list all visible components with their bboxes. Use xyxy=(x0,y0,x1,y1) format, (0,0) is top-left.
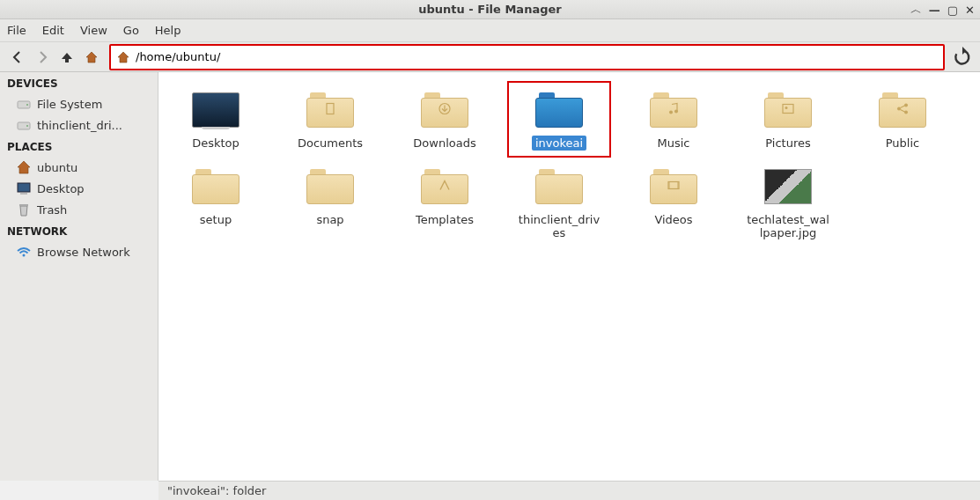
file-label: snap xyxy=(313,212,347,227)
svg-point-11 xyxy=(674,110,678,114)
sidebar-item-desktop[interactable]: Desktop xyxy=(0,178,158,199)
svg-rect-19 xyxy=(677,182,679,189)
file-item[interactable]: Templates xyxy=(396,161,493,244)
folder-icon xyxy=(650,92,697,128)
window-title: ubuntu - File Manager xyxy=(418,3,561,16)
toolbar xyxy=(0,42,980,72)
window-controls: ︿ — ▢ ✕ xyxy=(910,2,975,18)
minimize-icon[interactable]: — xyxy=(929,4,940,17)
folder-icon xyxy=(306,92,354,128)
trash-icon xyxy=(16,202,32,217)
folder-icon xyxy=(421,92,468,128)
pathbar-highlight xyxy=(109,44,945,70)
folder-icon xyxy=(535,92,583,128)
file-item[interactable]: invokeai xyxy=(511,85,608,154)
drive-icon xyxy=(16,96,32,112)
file-item[interactable]: Videos xyxy=(625,161,722,244)
forward-button[interactable] xyxy=(32,47,53,68)
folder-icon xyxy=(650,169,697,204)
file-item[interactable]: Downloads xyxy=(396,85,493,154)
folder-icon xyxy=(535,169,583,204)
home-icon xyxy=(116,50,130,64)
status-text: "invokeai": folder xyxy=(167,484,266,497)
file-label: invokeai xyxy=(532,136,586,151)
file-label: Pictures xyxy=(762,136,814,151)
file-label: Desktop xyxy=(188,136,243,151)
sidebar-item-filesystem[interactable]: File System xyxy=(0,93,158,114)
file-label: techlatest_wallpaper.jpg xyxy=(743,212,833,240)
sidebar-item-label: Desktop xyxy=(37,182,85,195)
folder-icon xyxy=(421,169,468,204)
file-label: setup xyxy=(196,212,235,227)
file-item[interactable]: Documents xyxy=(282,85,379,154)
home-button[interactable] xyxy=(81,47,102,68)
sidebar-item-label: Trash xyxy=(37,203,67,217)
file-label: thinclient_drives xyxy=(514,212,604,240)
svg-point-15 xyxy=(904,104,908,107)
menu-view[interactable]: View xyxy=(80,24,107,37)
file-item[interactable]: Public xyxy=(854,85,951,154)
svg-point-10 xyxy=(669,111,673,114)
up-button[interactable] xyxy=(56,47,77,68)
sidebar-header-network: NETWORK xyxy=(0,220,158,241)
folder-icon xyxy=(192,169,239,204)
sidebar-item-label: thinclient_dri... xyxy=(37,119,122,132)
svg-point-7 xyxy=(23,254,26,257)
folder-icon xyxy=(306,169,354,204)
file-item[interactable]: setup xyxy=(167,161,264,244)
menubar: File Edit View Go Help xyxy=(0,19,980,42)
svg-point-1 xyxy=(26,104,28,106)
svg-point-16 xyxy=(904,111,908,114)
sidebar: DEVICES File System thinclient_dri... PL… xyxy=(0,72,158,481)
menu-go[interactable]: Go xyxy=(123,24,139,37)
menu-help[interactable]: Help xyxy=(155,24,181,37)
back-button[interactable] xyxy=(7,47,28,68)
svg-rect-4 xyxy=(18,183,30,192)
image-thumbnail xyxy=(764,169,812,204)
file-label: Music xyxy=(654,136,694,151)
maximize-icon[interactable]: ▢ xyxy=(947,4,958,17)
sidebar-item-thinclient[interactable]: thinclient_dri... xyxy=(0,114,158,136)
up-chevron-icon[interactable]: ︿ xyxy=(910,2,922,18)
folder-icon xyxy=(879,92,926,128)
path-input[interactable] xyxy=(136,50,938,63)
sidebar-item-network[interactable]: Browse Network xyxy=(0,241,158,262)
file-item[interactable]: Music xyxy=(625,85,722,154)
file-view[interactable]: DesktopDocumentsDownloadsinvokeaiMusicPi… xyxy=(158,72,980,481)
sidebar-header-devices: DEVICES xyxy=(0,72,158,93)
statusbar: "invokeai": folder xyxy=(158,481,980,500)
drive-icon xyxy=(16,117,32,133)
sidebar-header-places: PLACES xyxy=(0,136,158,157)
file-label: Documents xyxy=(294,136,366,151)
menu-file[interactable]: File xyxy=(7,24,26,37)
sidebar-item-label: ubuntu xyxy=(37,161,77,174)
reload-button[interactable] xyxy=(952,47,973,68)
file-item[interactable]: Desktop xyxy=(167,85,264,154)
file-label: Templates xyxy=(412,212,477,227)
svg-rect-12 xyxy=(783,105,793,114)
sidebar-item-label: File System xyxy=(37,98,102,111)
file-label: Downloads xyxy=(409,136,479,151)
file-item[interactable]: thinclient_drives xyxy=(511,161,608,244)
file-item[interactable]: Pictures xyxy=(740,85,836,154)
svg-rect-8 xyxy=(327,104,334,114)
svg-rect-18 xyxy=(668,182,670,189)
svg-rect-5 xyxy=(20,193,27,195)
svg-point-3 xyxy=(26,125,28,127)
titlebar: ubuntu - File Manager ︿ — ▢ ✕ xyxy=(0,0,980,19)
desktop-icon xyxy=(16,180,32,196)
menu-edit[interactable]: Edit xyxy=(42,24,64,37)
svg-point-13 xyxy=(785,107,788,109)
wifi-icon xyxy=(16,244,32,260)
sidebar-item-trash[interactable]: Trash xyxy=(0,199,158,220)
file-label: Videos xyxy=(651,212,696,227)
desktop-icon xyxy=(192,92,239,128)
svg-rect-6 xyxy=(19,204,28,206)
folder-icon xyxy=(764,92,812,128)
file-item[interactable]: techlatest_wallpaper.jpg xyxy=(740,161,836,244)
file-item[interactable]: snap xyxy=(282,161,379,244)
sidebar-item-home[interactable]: ubuntu xyxy=(0,157,158,178)
close-icon[interactable]: ✕ xyxy=(965,4,975,17)
file-label: Public xyxy=(882,136,923,151)
sidebar-item-label: Browse Network xyxy=(37,246,130,259)
